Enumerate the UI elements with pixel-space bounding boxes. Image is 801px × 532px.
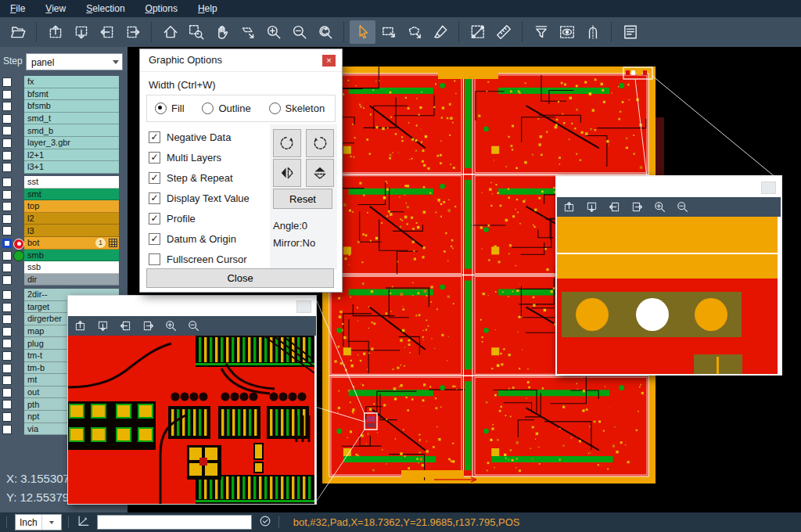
layer-row-sst[interactable]: sst <box>0 176 128 189</box>
open-file-button[interactable] <box>5 20 31 44</box>
layer-row-fx[interactable]: fx <box>0 76 128 88</box>
pan-left-button[interactable] <box>119 319 132 332</box>
layer-visibility-checkbox[interactable] <box>2 251 12 261</box>
rect-select-button[interactable] <box>375 20 401 44</box>
layer-visibility-checkbox[interactable] <box>2 263 12 272</box>
radio-outline[interactable]: Outline <box>202 102 260 114</box>
report-tool-button[interactable] <box>617 20 643 44</box>
step-select[interactable]: panel <box>26 53 123 70</box>
layer-visibility-checkbox[interactable] <box>2 77 12 87</box>
layer-row-smb[interactable]: smb <box>0 250 128 262</box>
dialog-title-bar[interactable]: Graphic Options × <box>140 49 342 72</box>
dialog-close-button[interactable]: Close <box>146 268 334 288</box>
command-input[interactable] <box>97 515 252 530</box>
layer-visibility-checkbox[interactable] <box>2 315 12 324</box>
layer-row-bot[interactable]: bot1 <box>0 237 128 250</box>
popup-button[interactable] <box>296 300 311 313</box>
pan-left-button[interactable] <box>608 200 621 214</box>
layer-row-layer_3.gbr[interactable]: layer_3.gbr <box>0 137 128 149</box>
pan-right-button[interactable] <box>142 319 155 332</box>
menu-file[interactable]: File <box>0 0 35 17</box>
layer-visibility-checkbox[interactable] <box>2 102 12 111</box>
zoom-in-button[interactable] <box>164 319 178 332</box>
zoom-out-button[interactable] <box>676 200 689 214</box>
pan-up-button[interactable] <box>562 200 576 214</box>
reset-button[interactable]: Reset <box>273 189 332 209</box>
zoom-out-button[interactable] <box>286 20 312 44</box>
layer-visibility-checkbox[interactable] <box>2 351 12 361</box>
layer-visibility-checkbox[interactable] <box>2 114 12 124</box>
layer-visibility-checkbox[interactable] <box>2 388 12 397</box>
layer-visibility-checkbox[interactable] <box>2 425 12 434</box>
pan-left-button[interactable] <box>94 20 120 44</box>
layer-row-smt[interactable]: smt <box>0 189 128 201</box>
checkbox-negative-data[interactable]: ✓Negative Data <box>149 129 231 145</box>
layer-row-smd_t[interactable]: smd_t <box>0 113 128 125</box>
layer-row-bfsmt[interactable]: bfsmt <box>0 88 128 101</box>
checkbox-profile[interactable]: ✓Profile <box>149 210 196 226</box>
magnifier-title-bar[interactable] <box>68 296 316 316</box>
ruler-tool-button[interactable] <box>490 20 516 44</box>
checkbox-multi-layers[interactable]: ✓Multi Layers <box>149 149 221 165</box>
popup-button[interactable] <box>761 182 776 194</box>
mirror-vertical-button[interactable] <box>306 159 334 187</box>
layer-visibility-checkbox[interactable] <box>2 364 12 373</box>
layer-visibility-checkbox[interactable] <box>2 151 12 160</box>
layer-visibility-checkbox[interactable] <box>2 178 12 187</box>
menu-view[interactable]: View <box>35 0 76 17</box>
zoom-in-button[interactable] <box>653 200 666 214</box>
drag-view-button[interactable] <box>235 20 260 44</box>
layer-visibility-checkbox[interactable] <box>2 138 12 148</box>
layer-visibility-checkbox[interactable] <box>2 90 12 99</box>
layer-visibility-checkbox[interactable] <box>2 226 12 235</box>
pan-down-button[interactable] <box>68 20 94 44</box>
pan-down-button[interactable] <box>585 200 598 214</box>
rotate-cw-button[interactable] <box>273 129 301 157</box>
pan-down-button[interactable] <box>96 319 110 332</box>
layer-visibility-checkbox[interactable] <box>2 126 12 135</box>
pan-hand-button[interactable] <box>209 20 235 44</box>
layer-visibility-checkbox[interactable] <box>2 163 12 172</box>
measure-distance-button[interactable] <box>465 20 490 44</box>
layer-row-l2[interactable]: l2 <box>0 213 128 225</box>
zoom-in-button[interactable] <box>260 20 286 44</box>
angle-tool-icon[interactable] <box>75 514 91 531</box>
layer-visibility-checkbox[interactable] <box>2 190 12 200</box>
layer-visibility-checkbox[interactable] <box>2 275 12 285</box>
menu-help[interactable]: Help <box>188 0 228 17</box>
layer-visibility-checkbox[interactable] <box>2 412 12 422</box>
pan-right-button[interactable] <box>120 20 145 44</box>
select-tool-button[interactable] <box>350 20 375 44</box>
layer-visibility-checkbox[interactable] <box>2 239 12 248</box>
layer-visibility-checkbox[interactable] <box>2 214 12 224</box>
layer-visibility-checkbox[interactable] <box>2 376 12 385</box>
layer-visibility-checkbox[interactable] <box>2 202 12 211</box>
refresh-icon[interactable] <box>258 514 272 531</box>
home-view-button[interactable] <box>157 20 183 44</box>
layer-visibility-checkbox[interactable] <box>2 339 12 348</box>
layer-visibility-checkbox[interactable] <box>2 400 12 409</box>
checkbox-step-repeat[interactable]: ✓Step & Repeat <box>149 170 233 185</box>
radio-fill[interactable]: Fill <box>155 102 194 114</box>
close-icon[interactable]: × <box>322 55 336 66</box>
layer-row-top[interactable]: top <box>0 200 128 213</box>
pan-right-button[interactable] <box>630 200 644 214</box>
menu-options[interactable]: Options <box>135 0 188 17</box>
layer-row-ssb[interactable]: ssb <box>0 261 128 274</box>
view-options-button[interactable] <box>554 20 580 44</box>
pan-up-button[interactable] <box>42 20 68 44</box>
rotate-ccw-button[interactable] <box>306 129 334 157</box>
mirror-horizontal-button[interactable] <box>273 159 301 187</box>
zoom-out-button[interactable] <box>187 319 200 332</box>
layer-row-smd_b[interactable]: smd_b <box>0 124 128 137</box>
checkbox-display-text-value[interactable]: ✓Display Text Value <box>149 190 250 206</box>
snap-tool-button[interactable] <box>580 20 605 44</box>
magnifier-title-bar[interactable] <box>557 177 781 197</box>
zoom-window-button[interactable] <box>183 20 209 44</box>
radio-skeleton[interactable]: Skeleton <box>269 102 335 114</box>
brush-tool-button[interactable] <box>427 20 453 44</box>
zoom-previous-button[interactable] <box>312 20 338 44</box>
unit-select[interactable]: Inch <box>15 514 62 530</box>
layer-row-bfsmb[interactable]: bfsmb <box>0 100 128 113</box>
layer-visibility-checkbox[interactable] <box>2 327 12 336</box>
